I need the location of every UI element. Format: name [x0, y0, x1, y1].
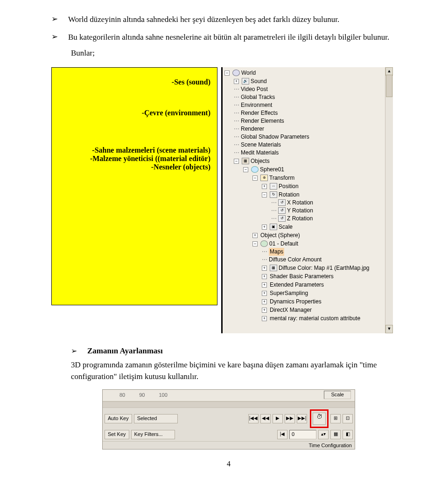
- tree-node-default[interactable]: −01 - Default: [252, 240, 298, 248]
- yellow-line-sound: -Ses (sound): [58, 78, 210, 86]
- selected-dropdown[interactable]: Selected: [134, 414, 178, 423]
- tree-node[interactable]: ⋯Global Tracks: [234, 93, 275, 101]
- tree-node[interactable]: ⋯Scene Materials: [234, 141, 281, 149]
- material-icon: [260, 240, 268, 247]
- tree-node[interactable]: +↔Position: [262, 183, 299, 190]
- bullet-text-1: World düzeyinin altında sahnedeki her şe…: [68, 14, 339, 25]
- tree-node[interactable]: +Extended Parameters: [262, 281, 324, 289]
- bunlar-label: Bunlar;: [71, 49, 406, 58]
- nav-button[interactable]: ⊞: [330, 414, 341, 423]
- tree-node[interactable]: ⋯Environment: [234, 101, 272, 109]
- tree-node-rotation[interactable]: −↻Rotation: [262, 191, 300, 199]
- timeline-ruler[interactable]: 80 90 100 Scale: [103, 390, 355, 401]
- sphere-icon: [251, 166, 259, 173]
- tree-node[interactable]: ⋯Renderer: [234, 125, 264, 133]
- tree-node[interactable]: +▣Scale: [262, 223, 293, 231]
- transform-icon: ⊕: [260, 175, 268, 181]
- key-filters-button[interactable]: Key Filters...: [131, 430, 175, 439]
- scale-dropdown[interactable]: Scale: [324, 391, 351, 399]
- prev-frame-button[interactable]: ◀◀: [260, 414, 271, 423]
- bullet-item: ➢ Bu kategorilerin altında sahne nesnele…: [51, 32, 406, 43]
- nav-button[interactable]: ▦: [330, 430, 341, 439]
- bullet-glyph: ➢: [71, 346, 77, 356]
- goto-start-button[interactable]: |◀◀: [248, 414, 259, 423]
- yellow-legend-box: -Ses (sound) -Çevre (environment) -Sahne…: [51, 67, 217, 305]
- section-title: Zamanın Ayarlanması: [87, 346, 163, 356]
- status-bar: Time Configuration: [103, 441, 355, 449]
- position-icon: ↔: [270, 183, 277, 190]
- axis-icon: ↺: [278, 199, 286, 206]
- tree-node[interactable]: +Shader Basic Parameters: [262, 273, 334, 281]
- play-button[interactable]: ▶: [273, 414, 283, 423]
- spinner-button[interactable]: ▴▾: [318, 430, 329, 439]
- tree-node-maps[interactable]: ⋯Maps: [262, 248, 284, 256]
- bullet-glyph: ➢: [51, 14, 58, 24]
- objects-icon: ▦: [242, 158, 249, 164]
- axis-icon: ↺: [278, 215, 286, 222]
- section-heading: ➢ Zamanın Ayarlanması: [71, 346, 406, 356]
- yellow-line-scene-materials: -Sahne malzemeleri (scene materials): [58, 146, 210, 155]
- tree-node[interactable]: ⋯↺Z Rotation: [271, 215, 313, 223]
- frame-number-field[interactable]: 0: [289, 430, 316, 439]
- key-prev-button[interactable]: |◀: [277, 430, 287, 439]
- ruler-tick: 80: [119, 392, 125, 398]
- nav-button[interactable]: ◧: [343, 430, 353, 439]
- tree-node[interactable]: +SuperSampling: [262, 289, 308, 297]
- status-text: Time Configuration: [308, 443, 352, 448]
- set-key-button[interactable]: Set Key: [105, 430, 129, 439]
- tree-node[interactable]: ⋯Diffuse Color Amount: [262, 256, 322, 264]
- tree-node[interactable]: +🔊Sound: [234, 77, 267, 85]
- tree-node-objects[interactable]: −▦Objects: [234, 157, 270, 165]
- tree-node[interactable]: +▦Diffuse Color: Map #1 (EarthMap.jpg: [262, 264, 370, 272]
- sound-icon: 🔊: [242, 78, 249, 84]
- scrollbar[interactable]: ▲ ▼: [385, 67, 393, 333]
- yellow-line-material-editor: -Malzeme yöneticisi ((material editör): [58, 155, 210, 163]
- tree-root: −World +🔊Sound ⋯Video Post ⋯Global Track…: [223, 67, 393, 324]
- tree-node[interactable]: ⋯Render Elements: [234, 117, 284, 125]
- section-paragraph: 3D programında zamanın gösterilme biçimi…: [71, 359, 406, 382]
- yellow-line-objects: -Nesneler (objects): [58, 163, 210, 171]
- scale-icon: ▣: [270, 224, 277, 230]
- nav-button[interactable]: ⊡: [343, 414, 353, 423]
- next-frame-button[interactable]: ▶▶: [285, 414, 295, 423]
- bullet-text-2: Bu kategorilerin altında sahne nesneleri…: [68, 32, 389, 43]
- time-configuration-button[interactable]: ⏱: [313, 413, 326, 425]
- tree-node[interactable]: +Dynamics Properties: [262, 298, 322, 306]
- tree-panel: ▲ ▼ −World +🔊Sound ⋯Video Post ⋯Global T…: [221, 67, 393, 333]
- tree-node[interactable]: +mental ray: material custom attribute: [262, 315, 360, 323]
- time-config-highlight: ⏱: [310, 409, 329, 428]
- goto-end-button[interactable]: ▶▶|: [297, 414, 307, 423]
- tree-node[interactable]: +DirectX Manager: [262, 306, 312, 314]
- ruler-tick: 90: [139, 392, 145, 398]
- tree-node-sphere[interactable]: −Sphere01: [243, 166, 284, 174]
- tree-node[interactable]: ⋯↺X Rotation: [271, 199, 313, 207]
- auto-key-button[interactable]: Auto Key: [105, 414, 132, 423]
- tree-node[interactable]: ⋯↺Y Rotation: [271, 207, 313, 215]
- scroll-down-button[interactable]: ▼: [385, 325, 393, 333]
- tree-node-transform[interactable]: −⊕Transform: [252, 174, 294, 182]
- tree-node[interactable]: ⋯Global Shadow Parameters: [234, 133, 309, 141]
- tree-node-world[interactable]: −World: [224, 69, 256, 77]
- bullet-item: ➢ World düzeyinin altında sahnedeki her …: [51, 14, 406, 25]
- timeline-strip[interactable]: [103, 401, 355, 408]
- tree-node[interactable]: ⋯Video Post: [234, 85, 268, 93]
- ruler-tick: 100: [159, 392, 168, 398]
- globe-icon: [232, 70, 240, 76]
- map-icon: ▦: [270, 265, 277, 271]
- bullet-glyph: ➢: [51, 32, 58, 42]
- time-controls-figure: 80 90 100 Scale Auto Key Selected |◀◀ ◀◀…: [102, 389, 355, 450]
- rotation-icon: ↻: [270, 191, 277, 198]
- page-number: 4: [51, 460, 406, 468]
- tree-node[interactable]: +Object (Sphere): [252, 232, 300, 239]
- tree-node[interactable]: ⋯Medit Materials: [234, 149, 279, 157]
- tree-node[interactable]: ⋯Render Effects: [234, 109, 278, 117]
- scroll-thumb[interactable]: [386, 75, 392, 97]
- axis-icon: ↺: [278, 207, 286, 214]
- yellow-line-env: -Çevre (environment): [58, 109, 210, 117]
